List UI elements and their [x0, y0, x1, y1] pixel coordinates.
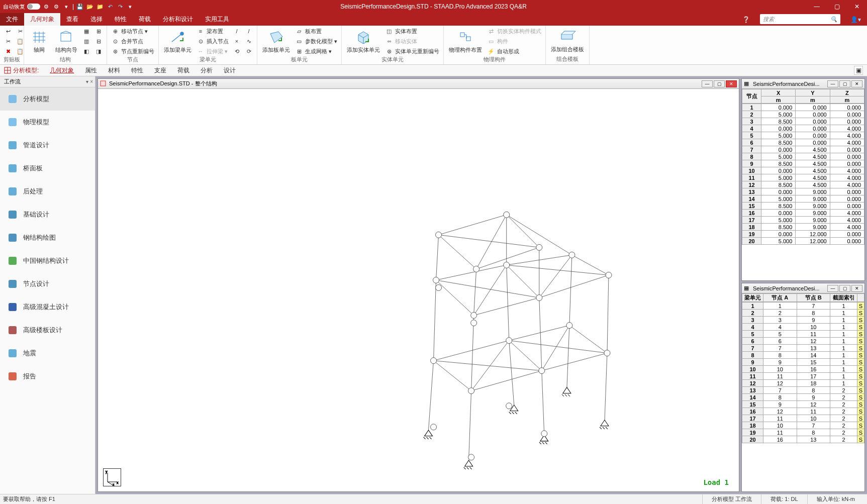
add-beam-button[interactable]: 添加梁单元 — [162, 28, 194, 55]
mdi-close[interactable]: ✕ — [726, 80, 737, 87]
mdi-close[interactable]: ✕ — [851, 285, 862, 292]
table-row[interactable]: 1711102S — [742, 415, 864, 422]
cut-icon[interactable]: ✂ — [3, 37, 13, 46]
table-row[interactable]: 70.0004.5000.000 — [742, 146, 864, 153]
table-row[interactable]: 55111S — [742, 331, 864, 338]
search-box[interactable]: 搜索 🔍 — [760, 14, 840, 24]
table-row[interactable]: 205.00012.0000.000 — [742, 238, 864, 245]
paste2-icon[interactable]: 📋 — [15, 47, 25, 56]
workflow-item-analysis[interactable]: 分析模型 — [0, 87, 95, 111]
qat-icon[interactable]: ⚙ — [52, 3, 60, 11]
subtab-property[interactable]: 属性 — [85, 66, 97, 75]
workflow-item-bridge[interactable]: 桥面板 — [0, 157, 95, 180]
table-row[interactable]: 158.5009.0000.000 — [742, 203, 864, 210]
move-node-button[interactable]: ⊕移动节点 ▾ — [110, 27, 155, 36]
paste-icon[interactable]: ↩ — [3, 27, 13, 36]
workflow-item-pipe[interactable]: 管道设计 — [0, 134, 95, 157]
close-button[interactable]: ✕ — [847, 0, 867, 13]
beams-table-body[interactable]: 1171S2281S3391S44101S55111S66121S77131S8… — [742, 302, 864, 491]
table-row[interactable]: 3391S — [742, 317, 864, 324]
table-row[interactable]: 191182S — [742, 429, 864, 436]
subtab-analysis[interactable]: 分析 — [201, 66, 213, 75]
minimize-button[interactable]: — — [807, 0, 827, 13]
grid-button[interactable]: 轴网 — [27, 28, 51, 55]
table-row[interactable]: 130.0009.0000.000 — [742, 188, 864, 195]
plate-layout-button[interactable]: ▱板布置 — [294, 27, 338, 36]
auto-recover-toggle[interactable]: 自动恢复 — [3, 3, 40, 11]
sm-btn[interactable]: ◨ — [93, 47, 104, 56]
mdi-minimize[interactable]: — — [702, 80, 713, 87]
qat-dropdown-icon[interactable]: ▾ — [62, 3, 70, 11]
mdi-restore[interactable]: ▢ — [714, 80, 725, 87]
table-row[interactable]: 175.0009.0004.000 — [742, 217, 864, 224]
menu-analysis[interactable]: 分析和设计 — [157, 13, 199, 26]
table-row[interactable]: 98.5004.5000.000 — [742, 160, 864, 167]
table-row[interactable]: 181072S — [742, 422, 864, 429]
user-icon[interactable]: 👤▾ — [844, 13, 867, 26]
table-row[interactable]: 115.0004.5004.000 — [742, 174, 864, 181]
workflow-item-slab[interactable]: 高级楼板设计 — [0, 319, 95, 342]
table-row[interactable]: 160.0009.0004.000 — [742, 210, 864, 217]
workflow-item-report[interactable]: 报告 — [0, 365, 95, 388]
add-solid-button[interactable]: 添加实体单元 — [345, 28, 382, 55]
subtab-spec[interactable]: 特性 — [131, 66, 143, 75]
workflow-item-physical[interactable]: 物理模型 — [0, 111, 95, 134]
sm-btn[interactable]: / — [232, 27, 242, 36]
workflow-item-cnsteel[interactable]: 中国钢结构设计 — [0, 249, 95, 272]
table-row[interactable]: 14892S — [742, 394, 864, 401]
sm-btn[interactable]: ◧ — [81, 47, 91, 56]
menu-properties[interactable]: 特性 — [109, 13, 133, 26]
clipboard-icon[interactable]: 📋 — [15, 37, 25, 46]
workflow-item-post[interactable]: 后处理 — [0, 180, 95, 203]
table-row[interactable]: 38.5000.0000.000 — [742, 118, 864, 125]
sm-btn[interactable]: ∿ — [244, 37, 254, 46]
undo-icon[interactable]: ↶ — [106, 3, 114, 11]
subtab-support[interactable]: 支座 — [154, 66, 166, 75]
mdi-minimize[interactable]: — — [827, 285, 838, 292]
workflow-item-conn[interactable]: 节点设计 — [0, 272, 95, 295]
table-row[interactable]: 40.0000.0004.000 — [742, 125, 864, 132]
folder-icon[interactable]: 📁 — [96, 3, 104, 11]
table-row[interactable]: 190.00012.0000.000 — [742, 231, 864, 238]
table-row[interactable]: 13782S — [742, 387, 864, 394]
workflow-item-seismic[interactable]: 地震 — [0, 342, 95, 365]
pin-button[interactable]: ▣ — [854, 66, 863, 75]
workflow-item-concrete[interactable]: 高级混凝土设计 — [0, 295, 95, 319]
menu-loads[interactable]: 荷载 — [133, 13, 157, 26]
physical-layout-button[interactable]: 物理构件布置 — [447, 28, 484, 55]
table-row[interactable]: 55.0000.0004.000 — [742, 132, 864, 139]
mdi-minimize[interactable]: — — [827, 80, 838, 87]
table-row[interactable]: 145.0009.0000.000 — [742, 195, 864, 203]
table-row[interactable]: 1010161S — [742, 366, 864, 373]
sm-btn[interactable]: ▥ — [81, 37, 91, 46]
table-row[interactable]: 66121S — [742, 338, 864, 345]
save-icon[interactable]: 💾 — [76, 3, 84, 11]
table-row[interactable]: 88141S — [742, 352, 864, 359]
table-row[interactable]: 2016132S — [742, 436, 864, 443]
open-icon[interactable]: 📂 — [86, 3, 94, 11]
delete-icon[interactable]: ✖ — [3, 47, 13, 56]
model-viewport[interactable]: yxz Load 1 — [98, 89, 739, 491]
table-row[interactable]: 1171S — [742, 303, 864, 310]
merge-node-button[interactable]: ⊙合并节点 — [110, 37, 155, 46]
table-row[interactable]: 68.5000.0004.000 — [742, 139, 864, 146]
auto-form-button[interactable]: ⚡自动形成 — [486, 47, 542, 56]
sm-btn[interactable]: / — [244, 27, 254, 36]
sm-btn[interactable]: × — [232, 37, 242, 46]
parametric-button[interactable]: ▭参数化模型 ▾ — [294, 37, 338, 46]
wizard-button[interactable]: 结构向导 — [53, 28, 79, 55]
workflow-item-steel[interactable]: 钢结构绘图 — [0, 226, 95, 249]
mdi-restore[interactable]: ▢ — [839, 285, 850, 292]
insert-node-button[interactable]: ⊙插入节点 — [196, 37, 230, 46]
maximize-button[interactable]: ▢ — [827, 0, 847, 13]
renumber-solid-button[interactable]: ⊛实体单元重新编号 — [384, 47, 440, 56]
table-row[interactable]: 159122S — [742, 401, 864, 408]
menu-file[interactable]: 文件 — [0, 13, 24, 26]
qat-icon[interactable]: ⚙ — [42, 3, 50, 11]
nodes-table-body[interactable]: 10.0000.0000.00025.0000.0000.00038.5000.… — [742, 104, 864, 280]
redo-icon[interactable]: ↷ — [116, 3, 124, 11]
add-plate-button[interactable]: 添加板单元 — [260, 28, 292, 55]
renumber-node-button[interactable]: ⊛节点重新编号 — [110, 47, 155, 56]
sm-btn[interactable]: ⊟ — [93, 37, 104, 46]
copy-icon[interactable]: ✂ — [15, 27, 25, 36]
